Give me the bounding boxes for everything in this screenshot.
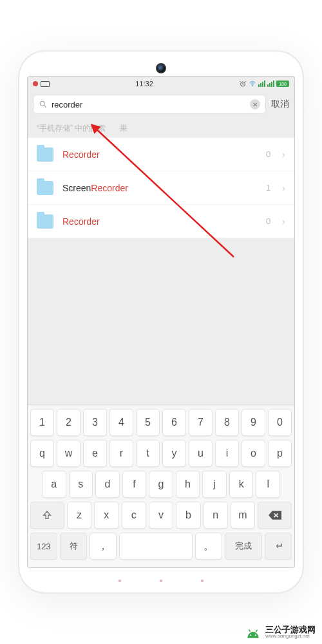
- result-name: Recorder: [62, 216, 257, 227]
- key-backspace[interactable]: [258, 502, 292, 529]
- key-6[interactable]: 6: [162, 409, 186, 436]
- result-item[interactable]: Recorder 0 ›: [28, 205, 294, 238]
- watermark: 三公子游戏网 www.sangongzi.net: [245, 625, 316, 639]
- search-hint: “手机存储” 中的搜索果: [28, 118, 294, 138]
- key-x[interactable]: x: [94, 502, 118, 529]
- keyboard-row-5: 123 符 ， 。 完成: [30, 533, 292, 560]
- key-0[interactable]: 0: [268, 409, 292, 436]
- key-r[interactable]: r: [109, 440, 133, 467]
- result-count: 0: [266, 216, 270, 226]
- search-box[interactable]: ✕: [33, 95, 266, 114]
- nav-home-icon[interactable]: [160, 580, 162, 582]
- key-i[interactable]: i: [215, 440, 239, 467]
- battery-icon: 100: [276, 80, 289, 87]
- key-2[interactable]: 2: [57, 409, 80, 436]
- nav-recent-icon[interactable]: [201, 580, 204, 582]
- svg-point-4: [250, 634, 251, 636]
- result-count: 0: [266, 149, 270, 159]
- svg-point-1: [252, 86, 253, 86]
- key-3[interactable]: 3: [83, 409, 107, 436]
- alarm-icon: [239, 80, 247, 88]
- front-camera: [156, 63, 166, 73]
- key-u[interactable]: u: [189, 440, 213, 467]
- svg-line-7: [256, 629, 257, 631]
- status-time: 11:32: [50, 80, 239, 88]
- clear-search-button[interactable]: ✕: [250, 99, 260, 109]
- status-left: [33, 81, 50, 87]
- nav-bar: [19, 580, 303, 583]
- key-p[interactable]: p: [268, 440, 292, 467]
- key-1[interactable]: 1: [30, 409, 54, 436]
- svg-line-6: [249, 629, 251, 631]
- svg-point-5: [255, 634, 256, 636]
- key-q[interactable]: q: [30, 440, 54, 467]
- key-b[interactable]: b: [176, 502, 200, 529]
- key-n[interactable]: n: [204, 502, 228, 529]
- key-comma[interactable]: ，: [90, 533, 117, 560]
- key-7[interactable]: 7: [189, 409, 213, 436]
- chevron-right-icon: ›: [282, 149, 285, 160]
- hint-suffix: 果: [120, 124, 128, 133]
- key-numeric[interactable]: 123: [30, 533, 57, 560]
- key-5[interactable]: 5: [136, 409, 160, 436]
- key-t[interactable]: t: [136, 440, 160, 467]
- key-k[interactable]: k: [229, 471, 254, 498]
- key-y[interactable]: y: [162, 440, 186, 467]
- keyboard: 1 2 3 4 5 6 7 8 9 0 q w e r t y u i o: [28, 404, 294, 567]
- key-h[interactable]: h: [176, 471, 200, 498]
- result-name: ScreenRecorder: [62, 183, 257, 193]
- key-enter[interactable]: [265, 533, 292, 560]
- folder-icon: [37, 214, 53, 229]
- signal-icon-2: [267, 80, 274, 87]
- recording-rect-icon: [41, 81, 50, 87]
- key-w[interactable]: w: [57, 440, 80, 467]
- key-z[interactable]: z: [67, 502, 91, 529]
- result-name: Recorder: [62, 149, 257, 160]
- folder-icon: [37, 181, 53, 195]
- key-8[interactable]: 8: [215, 409, 239, 436]
- key-l[interactable]: l: [256, 471, 280, 498]
- chevron-right-icon: ›: [282, 183, 285, 193]
- results-list: Recorder 0 › ScreenRecorder 1 › Recorder…: [28, 138, 294, 238]
- result-item[interactable]: Recorder 0 ›: [28, 138, 294, 171]
- key-g[interactable]: g: [149, 471, 173, 498]
- search-icon: [39, 100, 48, 109]
- content-spacer: [28, 238, 294, 404]
- keyboard-row-3: a s d f g h j k l: [30, 471, 292, 498]
- key-4[interactable]: 4: [109, 409, 133, 436]
- watermark-text: 三公子游戏网 www.sangongzi.net: [265, 625, 316, 639]
- key-c[interactable]: c: [122, 502, 146, 529]
- close-icon: ✕: [252, 101, 258, 108]
- key-a[interactable]: a: [42, 471, 66, 498]
- keyboard-row-4: z x c v b n m: [30, 502, 292, 529]
- key-9[interactable]: 9: [242, 409, 265, 436]
- keyboard-row-2: q w e r t y u i o p: [30, 440, 292, 467]
- key-v[interactable]: v: [149, 502, 173, 529]
- key-space[interactable]: [119, 533, 193, 560]
- chevron-right-icon: ›: [282, 216, 285, 227]
- key-period[interactable]: 。: [195, 533, 222, 560]
- svg-point-2: [40, 101, 44, 106]
- key-f[interactable]: f: [122, 471, 147, 498]
- nav-back-icon[interactable]: [118, 580, 121, 582]
- hint-prefix: “手机存储” 中的搜索: [37, 124, 106, 133]
- key-shift[interactable]: [30, 502, 64, 529]
- key-done[interactable]: 完成: [225, 533, 262, 560]
- search-input[interactable]: [52, 100, 246, 109]
- result-item[interactable]: ScreenRecorder 1 ›: [28, 171, 294, 205]
- cancel-button[interactable]: 取消: [271, 99, 289, 110]
- watermark-url: www.sangongzi.net: [265, 634, 316, 639]
- key-s[interactable]: s: [69, 471, 93, 498]
- signal-icon: [258, 80, 265, 87]
- wifi-icon: [249, 80, 256, 88]
- key-d[interactable]: d: [95, 471, 120, 498]
- key-o[interactable]: o: [242, 440, 265, 467]
- android-icon: [245, 627, 261, 638]
- key-e[interactable]: e: [83, 440, 107, 467]
- status-bar: 11:32 100: [28, 77, 294, 91]
- search-row: ✕ 取消: [28, 91, 294, 118]
- key-symbol[interactable]: 符: [60, 533, 87, 560]
- key-m[interactable]: m: [231, 502, 255, 529]
- folder-icon: [37, 147, 53, 162]
- key-j[interactable]: j: [202, 471, 227, 498]
